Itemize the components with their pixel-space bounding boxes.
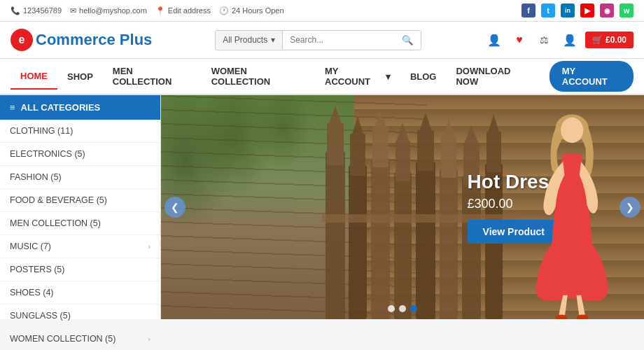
whatsapp-icon[interactable]: w [620,4,634,18]
slider-dots [388,305,417,312]
svg-point-26 [561,118,583,143]
nav-account-button[interactable]: My Account [550,61,634,92]
sidebar-item-label: POSTERS (5) [10,265,150,274]
svg-marker-20 [463,125,479,146]
compare-icon[interactable]: ⚖ [535,30,554,50]
logo-circle: e [10,29,33,51]
svg-point-27 [556,315,568,319]
svg-marker-11 [396,123,410,144]
sidebar-item-clothing[interactable]: CLOTHING (11) [0,120,160,143]
email-address: hello@myshop.com [79,6,147,15]
clock-icon: 🕐 [219,6,229,15]
svg-marker-14 [417,113,434,137]
nav-home[interactable]: HOME [10,64,57,90]
instagram-icon[interactable]: ◉ [600,4,614,18]
sidebar-item-sunglass[interactable]: SUNGLASS (5) [0,304,160,328]
search-input[interactable] [283,31,395,49]
top-bar-left: 📞 123456789 ✉ hello@myshop.com 📍 Edit ad… [10,6,284,15]
top-bar-right: f t in ▶ ◉ w [522,4,634,18]
slider-dot-3[interactable] [410,305,417,312]
nav-download-now[interactable]: DOWNLOAD NOW [446,59,542,94]
logo-text: Commerce Plus [36,31,152,49]
sidebar-item-women[interactable]: WOMEN COLLECTION (5) › [0,328,160,350]
chevron-right-icon: › [148,242,150,251]
svg-rect-12 [416,162,435,319]
svg-rect-3 [349,165,367,319]
sidebar-item-label: MEN COLLECTION (5) [10,218,150,228]
sidebar: ≡ ALL CATEGORIES CLOTHING (11) ELECTRONI… [0,95,161,319]
dress-model-svg [518,109,623,319]
nav-men-collection[interactable]: MEN COLLECTION [103,59,202,94]
sidebar-item-shoes[interactable]: SHOES (4) [0,281,160,304]
sidebar-item-posters[interactable]: POSTERS (5) [0,258,160,281]
sidebar-item-label: WOMEN COLLECTION (5) [10,334,148,344]
logo-name2: Plus [120,31,152,48]
svg-rect-16 [441,137,456,178]
cart-icon: 🛒 [592,35,603,45]
sidebar-item-label: FASHION (5) [10,172,150,182]
logo[interactable]: e Commerce Plus [10,29,152,51]
svg-rect-0 [326,151,345,319]
slider-next-button[interactable]: ❯ [620,197,640,218]
address-info[interactable]: 📍 Edit address [155,6,211,15]
svg-marker-2 [327,106,344,130]
location-icon: 📍 [155,6,165,15]
slider-prev-button[interactable]: ❮ [164,197,186,218]
search-category-label: All Products [223,35,267,45]
hours-text: 24 Hours Open [232,6,284,15]
search-category-dropdown[interactable]: All Products ▾ [216,31,283,49]
search-button[interactable]: 🔍 [395,31,421,50]
nav-my-account[interactable]: MY ACCOUNT ▾ [315,59,400,94]
arrow-right-icon: ❯ [626,202,634,213]
sidebar-item-food[interactable]: FOOD & BEVERAGE (5) [0,189,160,212]
youtube-icon[interactable]: ▶ [580,4,594,18]
cart-total: £0.00 [606,35,626,45]
cart-button[interactable]: 🛒 £0.00 [585,31,634,48]
email-icon: ✉ [70,6,76,15]
phone-number: 123456789 [23,6,62,15]
logo-name1: Commerce [36,31,115,48]
dropdown-arrow-icon: ▾ [271,35,275,45]
chevron-right-icon: › [148,335,150,343]
phone-icon: 📞 [10,6,20,15]
search-icon: 🔍 [402,35,414,46]
svg-point-28 [577,315,589,319]
sidebar-item-label: SUNGLASS (5) [10,311,150,321]
twitter-icon[interactable]: t [541,4,555,18]
nav-blog[interactable]: BLOG [400,64,447,89]
sidebar-item-label: FOOD & BEVERAGE (5) [10,195,150,205]
sidebar-item-label: CLOTHING (11) [10,126,150,136]
logo-letter: e [19,34,25,46]
slider-dot-2[interactable] [399,305,406,312]
svg-rect-6 [371,158,390,319]
linkedin-icon[interactable]: in [561,4,575,18]
main-nav: HOME SHOP MEN COLLECTION WOMEN COLLECTIO… [0,59,644,95]
phone-info: 📞 123456789 [10,6,62,15]
nav-shop[interactable]: SHOP [57,64,103,89]
svg-marker-17 [441,120,457,143]
slider-dot-1[interactable] [388,305,395,312]
email-info: ✉ hello@myshop.com [70,6,147,15]
svg-marker-5 [350,116,365,141]
sidebar-item-label: MUSIC (7) [10,241,148,251]
svg-rect-10 [396,141,410,181]
facebook-icon[interactable]: f [522,4,536,18]
wishlist-icon[interactable]: ♥ [510,30,529,50]
sidebar-item-music[interactable]: MUSIC (7) › [0,235,160,258]
sidebar-item-men[interactable]: MEN COLLECTION (5) [0,212,160,235]
svg-rect-15 [440,169,458,319]
sidebar-item-electronics[interactable]: ELECTRONICS (5) [0,143,160,166]
sidebar-item-fashion[interactable]: FASHION (5) [0,166,160,189]
user-icon[interactable]: 👤 [484,30,504,50]
top-bar: 📞 123456789 ✉ hello@myshop.com 📍 Edit ad… [0,0,644,22]
main-content: ≡ ALL CATEGORIES CLOTHING (11) ELECTRONI… [0,95,644,319]
address-link[interactable]: Edit address [168,6,211,15]
search-bar: All Products ▾ 🔍 [215,30,421,50]
sidebar-header-icon: ≡ [10,102,15,113]
nav-women-collection[interactable]: WOMEN COLLECTION [202,59,315,94]
account-icon[interactable]: 👤 [560,30,580,50]
svg-marker-8 [372,109,388,134]
hero-slider: Hot Dress £300.00 View Product ❮ ❯ [161,95,644,319]
sidebar-header-label: ALL CATEGORIES [21,102,101,113]
svg-rect-9 [394,172,412,319]
